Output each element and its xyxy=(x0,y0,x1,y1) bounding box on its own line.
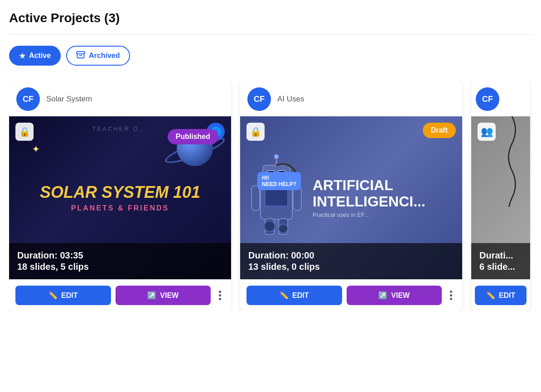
ai-main-title: ARTIFICIALINTELLIGENCI... xyxy=(313,177,425,209)
view-external-icon: ↗️ xyxy=(147,291,156,300)
dot1 xyxy=(219,291,221,293)
card-thumbnail-third[interactable]: 👥 Durati... 6 slide... xyxy=(471,116,530,279)
card-header: CF Solar System xyxy=(9,80,231,116)
people-icon: 👥 xyxy=(481,126,493,138)
edit-label-third: EDIT xyxy=(499,292,515,300)
card-thumbnail-solar[interactable]: TEACHER O... ✦ SOLAR SYSTEM 101 PLANETS … xyxy=(9,116,231,279)
project-name: Solar System xyxy=(46,95,92,104)
duration-text-ai: Duration: 00:00 xyxy=(248,250,454,261)
dot2 xyxy=(219,294,221,296)
duration-text: Duration: 03:35 xyxy=(17,250,223,261)
dot3-ai xyxy=(450,298,452,300)
page-title: Active Projects (3) xyxy=(9,11,532,25)
lock-badge-ai: 🔒 xyxy=(246,123,265,141)
card-actions: ✏️ EDIT ↗️ VIEW xyxy=(9,279,231,311)
view-label: VIEW xyxy=(160,292,179,300)
edit-pencil-icon-third: ✏️ xyxy=(486,291,495,300)
status-badge-published: Published xyxy=(168,129,218,144)
view-button-solar[interactable]: ↗️ VIEW xyxy=(116,286,211,305)
card-header-ai: CF AI Uses xyxy=(240,80,462,116)
project-card-ai-uses: CF AI Uses xyxy=(240,80,462,311)
card-header-third: CF xyxy=(471,80,530,116)
lock-badge: 🔒 xyxy=(15,123,34,141)
slides-text-ai: 13 slides, 0 clips xyxy=(248,262,454,272)
status-badge-draft: Draft xyxy=(423,123,456,138)
robot-illustration xyxy=(249,152,304,242)
lock-badge-third: 👥 xyxy=(478,123,496,141)
dot3 xyxy=(219,298,221,300)
cards-container: CF Solar System TEACHER O... ✦ SOLAR SYS… xyxy=(9,80,532,311)
card-thumbnail-ai[interactable]: HI!NEED HELP? ARTIFICIALINTELLIGENCI... … xyxy=(240,116,462,279)
project-name-ai: AI Uses xyxy=(277,95,304,104)
active-filter-label: Active xyxy=(29,52,51,60)
more-options-button-ai[interactable] xyxy=(446,287,456,304)
avatar-third: CF xyxy=(476,87,499,111)
archived-filter-label: Archived xyxy=(89,52,120,60)
solar-title: SOLAR SYSTEM 101 xyxy=(40,183,200,201)
duration-overlay: Duration: 03:35 18 slides, 5 clips xyxy=(9,243,231,279)
star-icon: ★ xyxy=(19,52,25,60)
active-filter-button[interactable]: ★ Active xyxy=(9,46,61,66)
duration-text-third: Durati... xyxy=(479,250,522,261)
dot1-ai xyxy=(450,291,452,293)
edit-label: EDIT xyxy=(61,292,77,300)
card-actions-ai: ✏️ EDIT ↗️ VIEW xyxy=(240,279,462,311)
edit-label-ai: EDIT xyxy=(292,292,309,300)
edit-button-third[interactable]: ✏️ EDIT xyxy=(475,286,527,305)
ai-chat-bubble: HI!NEED HELP? xyxy=(257,172,301,190)
card-actions-third: ✏️ EDIT xyxy=(471,279,530,311)
project-card-solar-system: CF Solar System TEACHER O... ✦ SOLAR SYS… xyxy=(9,80,231,311)
edit-button-ai[interactable]: ✏️ EDIT xyxy=(246,286,342,305)
avatar: CF xyxy=(16,87,40,111)
archive-icon xyxy=(76,51,85,60)
ai-text-block: ARTIFICIALINTELLIGENCI... Practical uses… xyxy=(313,177,425,218)
duration-overlay-ai: Duration: 00:00 13 slides, 0 clips xyxy=(240,243,462,279)
slides-text-third: 6 slide... xyxy=(479,262,522,272)
avatar-ai: CF xyxy=(247,87,271,111)
svg-point-16 xyxy=(279,224,288,233)
edit-pencil-icon: ✏️ xyxy=(48,291,58,300)
solar-subtitle: PLANETS & FRIENDS xyxy=(71,204,169,212)
svg-rect-9 xyxy=(265,188,288,206)
slides-text: 18 slides, 5 clips xyxy=(17,262,223,272)
dot2-ai xyxy=(450,294,452,296)
ai-subtitle: Practical uses in EF... xyxy=(313,211,425,218)
duration-overlay-third: Durati... 6 slide... xyxy=(471,243,530,279)
star-decoration: ✦ xyxy=(32,143,40,155)
published-row: Published 🌐 xyxy=(207,123,225,141)
view-button-ai[interactable]: ↗️ VIEW xyxy=(347,286,442,305)
divider xyxy=(9,34,532,35)
view-label-ai: VIEW xyxy=(391,292,410,300)
svg-point-15 xyxy=(264,221,275,232)
project-card-third: CF 👥 Durati... 6 slide... xyxy=(471,80,530,311)
edit-button-solar[interactable]: ✏️ EDIT xyxy=(15,286,111,305)
edit-pencil-icon-ai: ✏️ xyxy=(280,291,289,300)
page-container: Active Projects (3) ★ Active Archived CF… xyxy=(0,0,541,392)
filter-row: ★ Active Archived xyxy=(9,46,532,66)
archived-filter-button[interactable]: Archived xyxy=(66,46,130,66)
svg-point-8 xyxy=(274,154,279,159)
more-options-button-solar[interactable] xyxy=(215,287,225,304)
view-external-icon-ai: ↗️ xyxy=(378,291,387,300)
